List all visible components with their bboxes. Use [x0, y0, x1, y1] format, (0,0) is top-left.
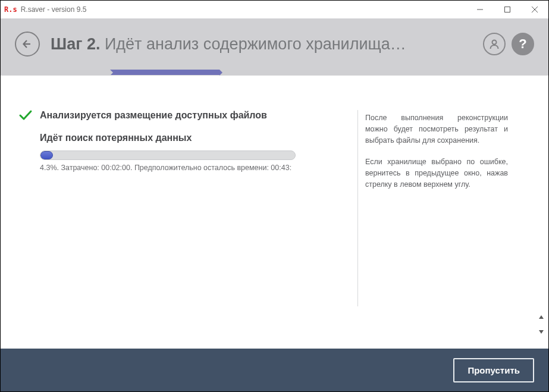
account-button[interactable]: [483, 33, 506, 55]
help-icon: ?: [519, 37, 526, 51]
app-logo: R.s: [4, 5, 17, 14]
window-controls: [466, 1, 548, 18]
current-task-row: Идёт поиск потерянных данных 4.3%. Затра…: [40, 133, 357, 172]
info-paragraph: Если хранилище выбрано по ошибке, вернит…: [365, 156, 508, 190]
svg-rect-1: [505, 7, 510, 12]
minimize-button[interactable]: [466, 1, 494, 18]
progress-bar: [40, 150, 296, 160]
step-segment: [439, 70, 548, 75]
step-segment: [1, 70, 110, 75]
footer-bar: Пропустить: [1, 349, 548, 391]
completed-task-row: Анализируется размещение доступных файло…: [40, 110, 357, 121]
back-button[interactable]: [15, 32, 40, 57]
check-icon: [18, 109, 33, 124]
svg-marker-6: [539, 315, 544, 319]
progress-wrap: 4.3%. Затрачено: 00:02:00. Предположител…: [40, 150, 357, 172]
close-button[interactable]: [521, 1, 548, 18]
analysis-panel: Анализируется размещение доступных файло…: [24, 110, 357, 349]
info-paragraph: После выполнения реконструкции можно буд…: [365, 112, 508, 146]
scroll-controls: [536, 312, 546, 337]
current-task-title: Идёт поиск потерянных данных: [40, 133, 357, 143]
maximize-button[interactable]: [494, 1, 521, 18]
info-panel: После выполнения реконструкции можно буд…: [365, 110, 520, 349]
window-title: R.saver - version 9.5: [21, 5, 466, 14]
step-label: Шаг 2.: [51, 35, 100, 53]
title-text: Идёт анализ содержимого хранилища…: [105, 35, 406, 53]
content-area: Анализируется размещение доступных файло…: [1, 76, 548, 349]
skip-button[interactable]: Пропустить: [453, 358, 534, 382]
titlebar: R.s R.saver - version 9.5: [1, 1, 548, 18]
step-segment: [330, 70, 439, 75]
step-segment: [110, 70, 219, 75]
page-header: Шаг 2. Идёт анализ содержимого хранилища…: [1, 18, 548, 70]
page-title: Шаг 2. Идёт анализ содержимого хранилища…: [51, 35, 477, 54]
step-segment: [219, 70, 329, 75]
scroll-down-button[interactable]: [536, 327, 546, 337]
wizard-steps: [1, 70, 548, 76]
help-button[interactable]: ?: [512, 33, 534, 55]
completed-task-title: Анализируется размещение доступных файло…: [40, 110, 357, 121]
progress-fill: [40, 151, 53, 159]
vertical-divider: [357, 110, 358, 306]
svg-marker-7: [539, 330, 544, 334]
progress-status: 4.3%. Затрачено: 00:02:00. Предположител…: [40, 164, 357, 172]
svg-point-5: [492, 40, 497, 45]
scroll-up-button[interactable]: [536, 312, 546, 322]
